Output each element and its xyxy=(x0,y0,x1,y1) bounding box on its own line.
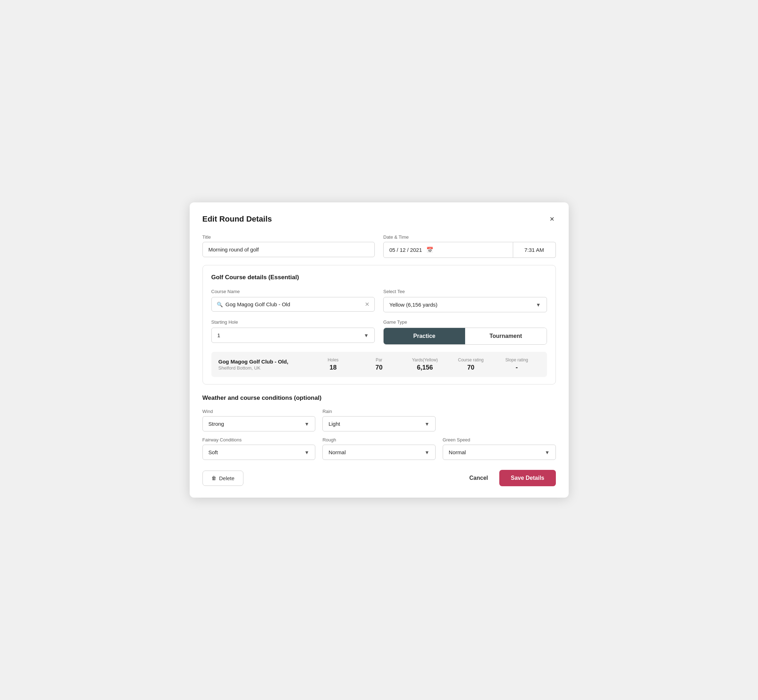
course-rating-label: Course rating xyxy=(448,358,494,362)
title-input[interactable] xyxy=(202,242,375,257)
slope-rating-label: Slope rating xyxy=(494,358,540,362)
starting-hole-label: Starting Hole xyxy=(211,319,375,325)
par-value: 70 xyxy=(356,364,402,371)
slope-rating-stat: Slope rating - xyxy=(494,358,540,371)
game-type-label: Game Type xyxy=(383,319,547,325)
chevron-down-icon-green-speed: ▼ xyxy=(545,450,550,455)
chevron-down-icon-2: ▼ xyxy=(364,333,369,338)
edit-round-modal: Edit Round Details × Title Date & Time 0… xyxy=(190,202,568,498)
holes-value: 18 xyxy=(310,364,356,371)
rough-label: Rough xyxy=(323,437,435,442)
rain-dropdown[interactable]: Light ▼ xyxy=(323,416,435,431)
title-field-group: Title xyxy=(202,234,375,257)
fairway-label: Fairway Conditions xyxy=(202,437,316,442)
green-speed-value: Normal xyxy=(449,449,466,455)
datetime-row: 05 / 12 / 2021 📅 7:31 AM xyxy=(383,242,556,258)
weather-title: Weather and course conditions (optional) xyxy=(202,394,556,402)
par-stat: Par 70 xyxy=(356,358,402,371)
course-info-box: Gog Magog Golf Club - Old, Shelford Bott… xyxy=(211,352,547,377)
datetime-field-group: Date & Time 05 / 12 / 2021 📅 7:31 AM xyxy=(383,234,556,258)
modal-title: Edit Round Details xyxy=(202,214,272,224)
wind-value: Strong xyxy=(208,421,224,427)
fairway-rough-green-row: Fairway Conditions Soft ▼ Rough Normal ▼… xyxy=(202,437,556,460)
footer-row: 🗑 Delete Cancel Save Details xyxy=(202,470,556,486)
course-rating-value: 70 xyxy=(448,364,494,371)
trash-icon: 🗑 xyxy=(211,475,216,481)
chevron-down-icon: ▼ xyxy=(536,302,541,308)
green-speed-field: Green Speed Normal ▼ xyxy=(443,437,556,460)
select-tee-label: Select Tee xyxy=(383,289,547,294)
search-icon: 🔍 xyxy=(217,302,223,307)
cancel-button[interactable]: Cancel xyxy=(467,470,491,486)
course-info-name: Gog Magog Golf Club - Old, xyxy=(219,359,310,364)
tournament-toggle-button[interactable]: Tournament xyxy=(465,328,547,344)
par-label: Par xyxy=(356,358,402,362)
datetime-label: Date & Time xyxy=(383,234,556,240)
rain-field: Rain Light ▼ xyxy=(323,409,435,431)
chevron-down-icon-rain: ▼ xyxy=(424,421,429,427)
date-value: 05 / 12 / 2021 xyxy=(389,247,422,253)
modal-header: Edit Round Details × xyxy=(202,214,556,225)
starting-hole-field: Starting Hole 1 ▼ xyxy=(211,319,375,345)
time-value: 7:31 AM xyxy=(524,247,544,253)
rain-label: Rain xyxy=(323,409,435,414)
golf-course-section: Golf Course details (Essential) Course N… xyxy=(202,265,556,384)
course-name-clear-button[interactable]: ✕ xyxy=(365,301,370,308)
yards-value: 6,156 xyxy=(402,364,448,371)
weather-section: Weather and course conditions (optional)… xyxy=(202,394,556,460)
course-name-field: Course Name 🔍 ✕ xyxy=(211,289,375,312)
chevron-down-icon-fairway: ▼ xyxy=(304,450,309,455)
holes-label: Holes xyxy=(310,358,356,362)
rain-value: Light xyxy=(329,421,340,427)
wind-field: Wind Strong ▼ xyxy=(202,409,316,431)
chevron-down-icon-wind: ▼ xyxy=(304,421,309,427)
yards-stat: Yards(Yellow) 6,156 xyxy=(402,358,448,371)
fairway-field: Fairway Conditions Soft ▼ xyxy=(202,437,316,460)
game-type-field: Game Type Practice Tournament xyxy=(383,319,547,345)
delete-label: Delete xyxy=(219,475,235,481)
date-input[interactable]: 05 / 12 / 2021 📅 xyxy=(383,242,513,258)
course-name-label: Course Name xyxy=(211,289,375,294)
practice-toggle-button[interactable]: Practice xyxy=(384,328,465,344)
title-datetime-row: Title Date & Time 05 / 12 / 2021 📅 7:31 … xyxy=(202,234,556,258)
footer-right: Cancel Save Details xyxy=(467,470,556,486)
green-speed-dropdown[interactable]: Normal ▼ xyxy=(443,445,556,460)
calendar-icon: 📅 xyxy=(426,247,434,253)
wind-dropdown[interactable]: Strong ▼ xyxy=(202,416,316,431)
course-info-location: Shelford Bottom, UK xyxy=(219,365,310,370)
course-info-name-block: Gog Magog Golf Club - Old, Shelford Bott… xyxy=(219,359,310,370)
slope-rating-value: - xyxy=(494,364,540,371)
golf-section-title: Golf Course details (Essential) xyxy=(211,274,547,281)
fairway-dropdown[interactable]: Soft ▼ xyxy=(202,445,316,460)
rough-dropdown[interactable]: Normal ▼ xyxy=(323,445,435,460)
time-input[interactable]: 7:31 AM xyxy=(513,242,556,258)
starting-hole-dropdown[interactable]: 1 ▼ xyxy=(211,328,375,343)
starting-hole-value: 1 xyxy=(218,332,220,338)
chevron-down-icon-rough: ▼ xyxy=(424,450,429,455)
rough-value: Normal xyxy=(329,449,346,455)
hole-gametype-row: Starting Hole 1 ▼ Game Type Practice Tou… xyxy=(211,319,547,345)
wind-label: Wind xyxy=(202,409,316,414)
select-tee-value: Yellow (6,156 yards) xyxy=(389,302,437,308)
course-rating-stat: Course rating 70 xyxy=(448,358,494,371)
holes-stat: Holes 18 xyxy=(310,358,356,371)
wind-rain-row: Wind Strong ▼ Rain Light ▼ xyxy=(202,409,556,431)
select-tee-dropdown[interactable]: Yellow (6,156 yards) ▼ xyxy=(383,297,547,312)
course-name-input[interactable] xyxy=(226,301,362,307)
rough-field: Rough Normal ▼ xyxy=(323,437,435,460)
yards-label: Yards(Yellow) xyxy=(402,358,448,362)
game-type-toggle: Practice Tournament xyxy=(383,328,547,345)
save-button[interactable]: Save Details xyxy=(499,470,556,486)
spacer xyxy=(443,409,556,431)
fairway-value: Soft xyxy=(208,449,218,455)
course-name-input-wrap[interactable]: 🔍 ✕ xyxy=(211,297,375,312)
select-tee-field: Select Tee Yellow (6,156 yards) ▼ xyxy=(383,289,547,312)
course-tee-row: Course Name 🔍 ✕ Select Tee Yellow (6,156… xyxy=(211,289,547,312)
title-label: Title xyxy=(202,234,375,240)
green-speed-label: Green Speed xyxy=(443,437,556,442)
delete-button[interactable]: 🗑 Delete xyxy=(202,470,243,486)
close-button[interactable]: × xyxy=(548,214,556,225)
